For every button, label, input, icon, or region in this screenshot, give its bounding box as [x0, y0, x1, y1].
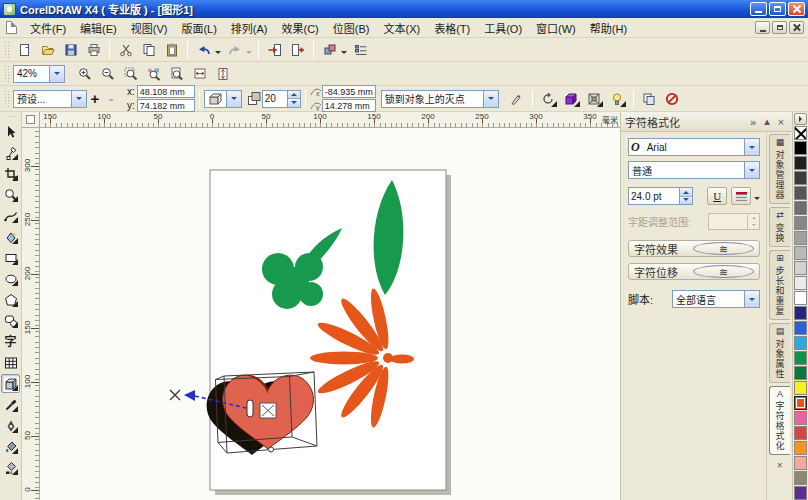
preset-combo[interactable]: 预设...	[13, 90, 87, 108]
style-combo-arrow[interactable]	[744, 162, 759, 178]
new-button[interactable]	[14, 40, 35, 60]
import-button[interactable]	[264, 40, 285, 60]
menu-item-help[interactable]: 帮助(H)	[583, 18, 634, 38]
zoom-level-combo[interactable]: 42%	[13, 65, 65, 83]
palette-swatch[interactable]	[794, 336, 807, 350]
y-position-field[interactable]: 74.182 mm	[137, 99, 195, 112]
polygon-tool[interactable]	[1, 290, 20, 309]
menu-item-window[interactable]: 窗口(W)	[529, 18, 583, 38]
palette-swatch[interactable]	[794, 141, 807, 155]
extrusion-combo-arrow[interactable]	[226, 91, 241, 107]
palette-swatch[interactable]	[794, 321, 807, 335]
font-style-combo[interactable]: 普通	[628, 161, 760, 179]
palette-swatch[interactable]	[794, 486, 807, 500]
underline-button[interactable]: U	[707, 187, 727, 205]
application-launcher-button[interactable]	[319, 40, 340, 60]
palette-swatch[interactable]	[794, 201, 807, 215]
menu-item-text[interactable]: 文本(X)	[376, 18, 427, 38]
character-background-button[interactable]	[731, 187, 751, 205]
docker-tab-2[interactable]: ⇄变换	[769, 207, 790, 247]
zoom-selected-button[interactable]	[120, 64, 141, 84]
v-ruler[interactable]: 300250200150100500	[22, 128, 40, 500]
doc-minimize-button[interactable]	[755, 21, 770, 34]
smart-fill-tool[interactable]	[1, 227, 20, 246]
font-combo-arrow[interactable]	[744, 139, 759, 155]
extrude-bevel-button[interactable]	[584, 89, 605, 109]
x-position-field[interactable]: 48.108 mm	[137, 85, 195, 98]
palette-swatch[interactable]	[794, 291, 807, 305]
vanishing-point-y-field[interactable]: 14.278 mm	[322, 99, 376, 112]
menu-item-layout[interactable]: 版面(L)	[174, 18, 223, 38]
docker-tab-1[interactable]: ▦对象管理器	[769, 134, 790, 204]
docker-close-button[interactable]: ×	[774, 115, 788, 129]
palette-swatch[interactable]	[794, 381, 807, 395]
ellipse-tool[interactable]	[1, 269, 20, 288]
shape-tool[interactable]	[1, 143, 20, 162]
fill-tool[interactable]	[1, 437, 20, 456]
clear-extrude-button[interactable]	[662, 89, 683, 109]
cut-button[interactable]	[115, 40, 136, 60]
wireframe-node[interactable]	[269, 447, 274, 452]
crop-tool[interactable]	[1, 164, 20, 183]
undo-button[interactable]	[193, 40, 214, 60]
zoom-out-button[interactable]	[97, 64, 118, 84]
font-size-spinner[interactable]	[680, 187, 693, 205]
toolbar-grip[interactable]	[4, 41, 9, 57]
zoom-combo-arrow[interactable]	[49, 66, 64, 82]
character-options-dropdown[interactable]	[754, 197, 760, 203]
paste-button[interactable]	[161, 40, 182, 60]
vp-mode-combo-arrow[interactable]	[483, 91, 498, 107]
extrude-depth-slider[interactable]	[247, 400, 253, 417]
docker-tab-5[interactable]: A字符格式化	[769, 386, 790, 456]
palette-swatch[interactable]	[794, 306, 807, 320]
undo-dropdown-arrow[interactable]	[215, 51, 221, 57]
palette-swatch[interactable]	[794, 186, 807, 200]
eyedropper-tool[interactable]	[1, 395, 20, 414]
palette-swatch[interactable]	[794, 171, 807, 185]
character-effects-section[interactable]: 字符效果 ≋	[628, 240, 760, 257]
palette-swatch[interactable]	[794, 426, 807, 440]
doc-restore-button[interactable]	[772, 21, 787, 34]
zoom-page-width-button[interactable]	[189, 64, 210, 84]
doc-close-button[interactable]	[789, 21, 804, 34]
zoom-page-height-button[interactable]	[212, 64, 233, 84]
script-combo-arrow[interactable]	[744, 291, 759, 307]
font-list-combo[interactable]: O Arial	[628, 138, 760, 156]
ruler-origin-button[interactable]	[22, 112, 40, 128]
menu-item-arrange[interactable]: 排列(A)	[224, 18, 275, 38]
preset-combo-arrow[interactable]	[71, 91, 86, 107]
palette-swatch[interactable]	[794, 276, 807, 290]
palette-swatch-none[interactable]	[794, 126, 807, 140]
outline-pen-tool[interactable]	[1, 416, 20, 435]
vp-properties-button[interactable]	[506, 89, 527, 109]
palette-swatch[interactable]	[794, 216, 807, 230]
menu-item-bitmaps[interactable]: 位图(B)	[326, 18, 377, 38]
preset-remove-button[interactable]: -	[103, 90, 119, 107]
pick-tool[interactable]	[1, 122, 20, 141]
interactive-extrude-tool[interactable]	[1, 374, 20, 393]
palette-swatch[interactable]	[794, 396, 807, 410]
print-button[interactable]	[83, 40, 104, 60]
palette-swatch[interactable]	[794, 456, 807, 470]
palette-flyout-button[interactable]	[794, 113, 807, 125]
palette-swatch[interactable]	[794, 351, 807, 365]
restore-button[interactable]	[769, 2, 786, 16]
open-button[interactable]	[37, 40, 58, 60]
vp-mode-combo[interactable]: 锁到对象上的灭点	[381, 90, 499, 108]
launcher-dropdown-arrow[interactable]	[341, 51, 347, 57]
zoom-tool[interactable]	[1, 185, 20, 204]
menu-item-effects[interactable]: 效果(C)	[275, 18, 326, 38]
basic-shapes-tool[interactable]	[1, 311, 20, 330]
minimize-button[interactable]	[750, 2, 767, 16]
docker-tabs-close-button[interactable]: ×	[773, 458, 787, 472]
toolbox-grip[interactable]	[4, 115, 17, 119]
zoom-to-page-button[interactable]	[166, 64, 187, 84]
extrusion-depth-field[interactable]: 20	[262, 90, 288, 108]
drawing-canvas[interactable]	[40, 128, 620, 500]
extrusion-type-combo[interactable]	[204, 90, 242, 108]
menu-item-tools[interactable]: 工具(O)	[477, 18, 529, 38]
export-button[interactable]	[287, 40, 308, 60]
copy-button[interactable]	[138, 40, 159, 60]
docker-flyout-button[interactable]: »	[746, 115, 760, 129]
palette-swatch[interactable]	[794, 231, 807, 245]
